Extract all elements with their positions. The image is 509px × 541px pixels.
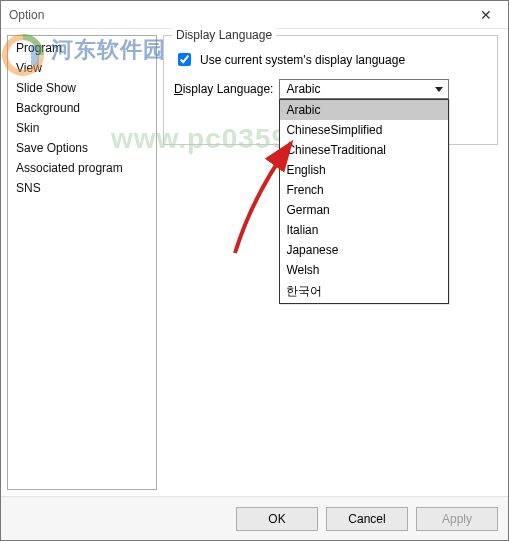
language-dropdown[interactable]: Arabic ChineseSimplified ChineseTraditio… xyxy=(279,99,449,304)
category-list[interactable]: Program View Slide Show Background Skin … xyxy=(7,35,157,490)
option-dialog: Option ✕ 河东软件园 www.pc0359.cn Program Vie… xyxy=(0,0,509,541)
option-english[interactable]: English xyxy=(280,160,448,180)
display-language-group: Display Language Use current system's di… xyxy=(163,35,498,145)
sidebar-item-program[interactable]: Program xyxy=(8,38,156,58)
option-french[interactable]: French xyxy=(280,180,448,200)
combo-selected-text: Arabic xyxy=(286,82,320,96)
sidebar-item-background[interactable]: Background xyxy=(8,98,156,118)
dialog-buttons: OK Cancel Apply xyxy=(1,496,508,540)
sidebar-item-skin[interactable]: Skin xyxy=(8,118,156,138)
option-chinese-simplified[interactable]: ChineseSimplified xyxy=(280,120,448,140)
content-pane: Display Language Use current system's di… xyxy=(163,35,502,490)
option-german[interactable]: German xyxy=(280,200,448,220)
display-language-label: Display Language: xyxy=(174,82,273,96)
apply-button: Apply xyxy=(416,507,498,531)
sidebar-item-save-options[interactable]: Save Options xyxy=(8,138,156,158)
sidebar-item-slideshow[interactable]: Slide Show xyxy=(8,78,156,98)
use-system-language-checkbox[interactable] xyxy=(178,53,191,66)
titlebar: Option ✕ xyxy=(1,1,508,29)
option-chinese-traditional[interactable]: ChineseTraditional xyxy=(280,140,448,160)
option-korean[interactable]: 한국어 xyxy=(280,280,448,303)
close-icon: ✕ xyxy=(480,7,492,23)
display-language-row: Display Language: Arabic Arabic ChineseS… xyxy=(174,79,487,99)
combo-selected[interactable]: Arabic xyxy=(279,79,449,99)
close-button[interactable]: ✕ xyxy=(464,1,508,29)
sidebar-item-associated-program[interactable]: Associated program xyxy=(8,158,156,178)
window-title: Option xyxy=(9,8,464,22)
use-system-language-row: Use current system's display language xyxy=(174,50,487,69)
ok-button[interactable]: OK xyxy=(236,507,318,531)
display-language-combo[interactable]: Arabic Arabic ChineseSimplified ChineseT… xyxy=(279,79,449,99)
display-language-label-text: isplay Language: xyxy=(183,82,274,96)
sidebar-item-view[interactable]: View xyxy=(8,58,156,78)
option-japanese[interactable]: Japanese xyxy=(280,240,448,260)
use-system-language-label: Use current system's display language xyxy=(200,53,405,67)
main-area: 河东软件园 www.pc0359.cn Program View Slide S… xyxy=(1,29,508,496)
option-welsh[interactable]: Welsh xyxy=(280,260,448,280)
group-legend: Display Language xyxy=(172,28,276,42)
sidebar-item-sns[interactable]: SNS xyxy=(8,178,156,198)
option-italian[interactable]: Italian xyxy=(280,220,448,240)
option-arabic[interactable]: Arabic xyxy=(280,100,448,120)
cancel-button[interactable]: Cancel xyxy=(326,507,408,531)
